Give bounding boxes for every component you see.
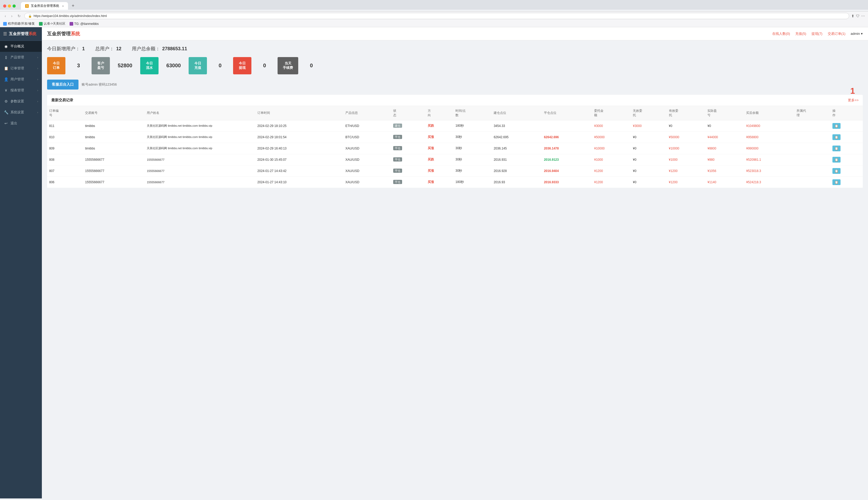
cell-close: 2016.9123 xyxy=(542,154,592,165)
forward-btn[interactable]: › xyxy=(10,13,14,19)
cell-account: timibbs xyxy=(83,143,145,154)
sidebar-item-overview[interactable]: ◉ 平台概况 xyxy=(0,41,42,52)
view-btn[interactable]: 📋 xyxy=(832,168,841,174)
tab-bar: 互 互金所后台管理系统 × + xyxy=(3,2,865,10)
sidebar-item-params[interactable]: ⚙ 参数设置 › xyxy=(0,96,42,107)
cell-status: 平仓 xyxy=(391,132,426,143)
tab-title: 互金所后台管理系统 xyxy=(31,4,59,8)
sidebar-item-logout[interactable]: ↩ 退出 xyxy=(0,118,42,129)
cell-username: 天美社区源码网 timibbs.net timibbs.com timibbs.… xyxy=(145,143,255,154)
minimize-window-btn[interactable] xyxy=(8,4,11,8)
cell-invalid: ¥0 xyxy=(631,177,667,188)
sidebar-item-products-label: 产品管理 xyxy=(11,55,35,60)
sidebar-item-reports[interactable]: ¥ 报表管理 › xyxy=(0,85,42,96)
cell-id: 806 xyxy=(47,177,83,188)
sidebar-item-overview-label: 平台概况 xyxy=(11,44,38,49)
withdraw-link[interactable]: 提现(7) xyxy=(811,31,822,36)
col-account: 交易账号 xyxy=(83,106,145,121)
orders-arrow: › xyxy=(37,67,38,70)
reload-btn[interactable]: ↻ xyxy=(16,13,22,19)
cell-time: 2024-02-29 18:01:54 xyxy=(255,132,343,143)
trade-table-section: 最新交易记录 更多>> 订单编号 交易账号 用户姓名 订单时间 产品信息 状态 … xyxy=(47,95,863,188)
cell-status: 平仓 xyxy=(391,165,426,177)
cs-backend-btn[interactable]: 客服后台入口 xyxy=(47,80,79,90)
sidebar-item-users[interactable]: 👤 用户管理 › xyxy=(0,74,42,85)
new-tab-btn[interactable]: + xyxy=(70,3,76,9)
kpi-btn-withdraw[interactable]: 今日 提现 xyxy=(233,57,251,74)
big-number: 1 xyxy=(850,86,855,96)
kpi-btn-flow[interactable]: 今日 流水 xyxy=(140,57,159,74)
cell-profit: ¥1056 xyxy=(705,165,744,177)
kpi-btn-pnl[interactable]: 客户 盈亏 xyxy=(92,57,110,74)
sidebar-menu: ◉ 平台概况 ₿ 产品管理 › 📋 订单管理 › 👤 用户管理 › ¥ 报表管理 xyxy=(0,41,42,498)
table-header-row: 最新交易记录 更多>> xyxy=(47,95,863,106)
col-profit: 实际盈亏 xyxy=(705,106,744,121)
view-btn[interactable]: 📋 xyxy=(832,179,841,185)
bookmark-1-label: 程序搭建/开发/修复 xyxy=(8,22,35,26)
hamburger-icon[interactable]: ☰ xyxy=(3,31,7,36)
bookmark-3[interactable]: TG: @tianmeibbs xyxy=(70,22,99,26)
url-display: https://weipan104.timibbs.vip/admin/inde… xyxy=(34,14,107,18)
cell-profit: ¥1140 xyxy=(705,177,744,188)
bookmark-1-icon xyxy=(3,22,7,26)
active-tab[interactable]: 互 互金所后台管理系统 × xyxy=(21,2,68,10)
cell-agent xyxy=(795,177,830,188)
view-btn[interactable]: 📋 xyxy=(832,146,841,151)
cell-close: 62642.696 xyxy=(542,132,592,143)
tab-close-btn[interactable]: × xyxy=(62,4,64,8)
view-btn[interactable]: 📋 xyxy=(832,123,841,129)
user-menu[interactable]: admin ▾ xyxy=(851,32,863,36)
kpi-value-recharge: 0 xyxy=(210,62,231,69)
cell-profit: ¥8800 xyxy=(705,143,744,154)
more-link[interactable]: 更多>> xyxy=(848,98,859,103)
cell-agent xyxy=(795,143,830,154)
col-direction: 方向 xyxy=(426,106,453,121)
cell-valid: ¥1200 xyxy=(667,177,705,188)
view-btn[interactable]: 📋 xyxy=(832,157,841,162)
cell-agent xyxy=(795,132,830,143)
bookmark-2-icon xyxy=(39,22,43,26)
kpi-btn-fee[interactable]: 当天 手续费 xyxy=(278,57,298,74)
bookmark-1[interactable]: 程序搭建/开发/修复 xyxy=(3,22,35,26)
sidebar-item-products[interactable]: ₿ 产品管理 › xyxy=(0,52,42,63)
cell-status: 平仓 xyxy=(391,154,426,165)
bookmark-3-label: TG: @tianmeibbs xyxy=(74,22,99,26)
sidebar-item-logout-label: 退出 xyxy=(11,121,38,126)
share-btn[interactable]: ⬆ xyxy=(851,14,854,18)
topbar-title-highlight: 系统 xyxy=(71,31,80,36)
cell-open: 2036.145 xyxy=(492,143,542,154)
kpi-btn-recharge[interactable]: 今日 充值 xyxy=(189,57,207,74)
maximize-window-btn[interactable] xyxy=(13,4,16,8)
total-users-label: 总用户： xyxy=(95,46,114,52)
kpi-card-recharge: 今日 充值 0 xyxy=(189,57,231,74)
cell-account: 15555666677 xyxy=(83,165,145,177)
col-status: 状态 xyxy=(391,106,426,121)
kpi-value-orders: 3 xyxy=(68,62,89,69)
shield-btn[interactable]: 🛡 xyxy=(856,14,860,18)
back-btn[interactable]: ‹ xyxy=(3,13,8,19)
cell-close: 2036.1478 xyxy=(542,143,592,154)
sidebar-item-system[interactable]: 🔧 系统设置 › xyxy=(0,107,42,118)
cell-timepoints: 180秒 xyxy=(453,177,492,188)
cell-profit: ¥0 xyxy=(705,120,744,132)
trade-orders-link[interactable]: 交易订单(1) xyxy=(828,31,845,36)
kpi-btn-orders[interactable]: 今日 订单 xyxy=(47,57,66,74)
app: ☰ 互金所管理系统 ◉ 平台概况 ₿ 产品管理 › 📋 订单管理 › 👤 用户管… xyxy=(0,27,868,498)
recharge-link[interactable]: 充值(5) xyxy=(795,31,806,36)
sidebar-item-orders[interactable]: 📋 订单管理 › xyxy=(0,63,42,74)
kpi-card-fee: 当天 手续费 0 xyxy=(278,57,322,74)
balance-value: 2788653.11 xyxy=(162,46,187,52)
bookmark-3-icon xyxy=(70,22,73,26)
trade-table: 订单编号 交易账号 用户姓名 订单时间 产品信息 状态 方向 时间/点数 建仓点… xyxy=(47,106,863,188)
address-bar[interactable]: 🔒 https://weipan104.timibbs.vip/admin/in… xyxy=(24,13,849,19)
new-users-stat: 今日新增用户： 1 xyxy=(47,46,85,52)
balance-label: 用户总余额： xyxy=(132,46,160,52)
close-window-btn[interactable] xyxy=(3,4,6,8)
main-content: 1 今日新增用户： 1 总用户： 12 用户总余额： 2788653.11 xyxy=(42,40,868,498)
bookmark-2[interactable]: 认准->天美社区 xyxy=(39,22,66,26)
cell-time: 2024-01-27 14:43:10 xyxy=(255,177,343,188)
online-users-link[interactable]: 在线人数(0) xyxy=(772,31,790,36)
params-icon: ⚙ xyxy=(4,99,8,103)
view-btn[interactable]: 📋 xyxy=(832,134,841,140)
more-btn[interactable]: ⋯ xyxy=(861,14,865,18)
